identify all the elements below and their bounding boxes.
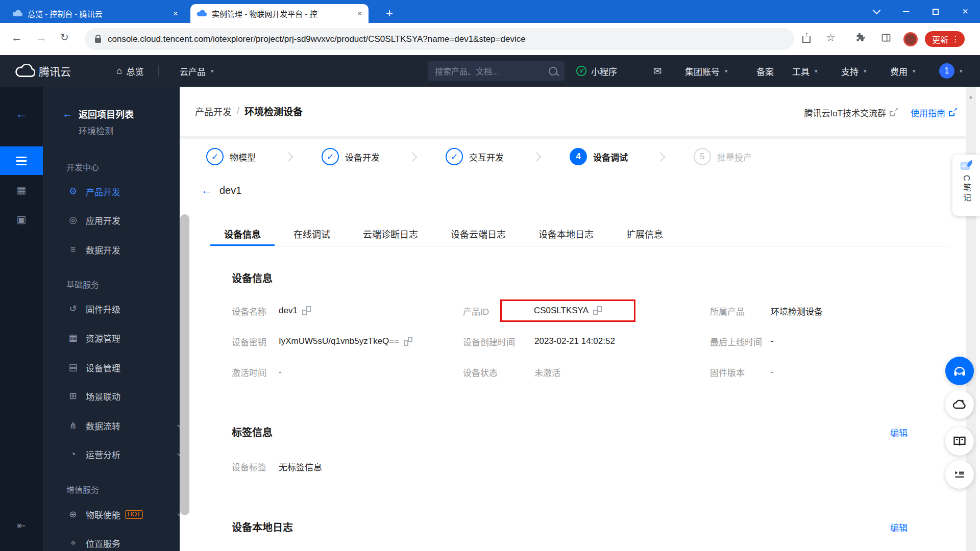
- search-icon[interactable]: [549, 67, 557, 76]
- field-label: 最后上线时间: [710, 335, 771, 348]
- bookmark-star-icon[interactable]: ☆: [826, 32, 836, 44]
- community-link[interactable]: 腾讯云IoT技术交流群: [804, 106, 897, 119]
- sidebar-item-data-dev[interactable]: ≡数据开发: [43, 243, 203, 256]
- tab-extended-info[interactable]: 扩展信息: [612, 223, 677, 246]
- nav-overview[interactable]: ⌂ 总览: [116, 55, 143, 87]
- tab-search-chevron-icon[interactable]: [862, 0, 891, 23]
- tab-cloud-diagnosis-log[interactable]: 云端诊断日志: [349, 223, 432, 246]
- copy-icon[interactable]: [302, 306, 311, 315]
- step-batch-production[interactable]: 5 批量投产: [694, 148, 752, 165]
- browser-tab-instance[interactable]: 实例管理 - 物联网开发平台 - 控 ×: [190, 4, 369, 23]
- avatar: 1: [939, 63, 954, 79]
- browser-profile-avatar[interactable]: [903, 32, 918, 46]
- step-device-debug[interactable]: 4 设备调试: [570, 148, 628, 165]
- tab-device-local-log[interactable]: 设备本地日志: [525, 223, 607, 246]
- nav-icp-label: 备案: [756, 65, 774, 78]
- search-input[interactable]: 搜索产品、文档...: [428, 61, 565, 81]
- device-title-row: ← dev1: [201, 184, 241, 197]
- list-icon: [16, 157, 27, 165]
- tag-edit-link[interactable]: 编辑: [890, 427, 908, 440]
- brand-text: 腾讯云: [39, 63, 71, 79]
- maximize-icon[interactable]: [921, 0, 950, 23]
- side-panel-icon[interactable]: [881, 33, 891, 43]
- step-number: 5: [694, 148, 711, 165]
- sidebar-item-product-dev[interactable]: ⚙产品开发: [43, 185, 203, 198]
- extensions-puzzle-icon[interactable]: [855, 33, 866, 43]
- pin-icon: ⌖: [66, 538, 80, 548]
- step-bar: ✓ 物模型 ✓ 设备开发 ✓ 交互开发 4 设备调试: [206, 145, 752, 168]
- breadcrumb-parent[interactable]: 产品开发: [195, 105, 232, 118]
- tencent-cloud-logo[interactable]: 腾讯云: [15, 55, 71, 87]
- update-button[interactable]: 更新 ⋮: [925, 31, 965, 47]
- nav-mail[interactable]: ✉: [653, 55, 662, 87]
- nav-tools[interactable]: 工具 ▾: [792, 55, 818, 87]
- back-icon[interactable]: ←: [11, 31, 22, 44]
- tab-online-debug[interactable]: 在线调试: [280, 223, 344, 246]
- close-icon[interactable]: ×: [950, 0, 980, 23]
- rail-collapse-icon[interactable]: ⇤: [0, 519, 43, 532]
- support-button[interactable]: [945, 357, 974, 385]
- sidebar-item-firmware[interactable]: ↺固件升级: [43, 302, 203, 315]
- tab-close-icon[interactable]: ×: [173, 9, 178, 18]
- rail-back-arrow-icon[interactable]: ←: [0, 107, 43, 120]
- new-tab-button[interactable]: +: [382, 6, 397, 21]
- back-arrow-icon[interactable]: ←: [201, 184, 212, 197]
- nav-support[interactable]: 支持 ▾: [841, 55, 867, 87]
- guide-link[interactable]: 使用指南: [911, 106, 957, 119]
- browser-tab-overview[interactable]: 总览 - 控制台 - 腾讯云 ×: [6, 4, 184, 23]
- step-number: 4: [570, 148, 587, 165]
- scrollbar-thumb[interactable]: [180, 214, 189, 515]
- nav-billing[interactable]: 费用 ▾: [890, 55, 916, 87]
- sidebar-back-label: 返回项目列表: [79, 107, 134, 120]
- nav-cloud-products[interactable]: 云产品 ▾: [180, 55, 214, 87]
- nav-group-account[interactable]: 集团账号 ▾: [685, 55, 728, 87]
- local-log-edit-link[interactable]: 编辑: [890, 522, 908, 535]
- minimize-icon[interactable]: ─: [891, 0, 921, 23]
- icon-rail: ← ▦ ▣ ⇤: [0, 87, 43, 551]
- reload-icon[interactable]: ↻: [60, 31, 69, 43]
- cloud-notification-button[interactable]: [945, 390, 974, 419]
- copy-icon[interactable]: [593, 306, 602, 315]
- nav-mini-program[interactable]: 小程序: [576, 55, 617, 87]
- address-bar[interactable]: console.cloud.tencent.com/iotexplorer/pr…: [85, 28, 794, 50]
- browser-menu-dots-icon[interactable]: ⋮: [951, 34, 960, 44]
- note-icon: [959, 159, 974, 173]
- account-avatar[interactable]: 1 ▾: [939, 55, 963, 87]
- step-check-icon: ✓: [322, 148, 339, 165]
- sidebar-item-app-dev[interactable]: ◎应用开发: [43, 213, 203, 227]
- step-device-dev[interactable]: ✓ 设备开发: [322, 148, 380, 165]
- sidebar-back-to-projects[interactable]: ← 返回项目列表: [43, 107, 199, 120]
- sidebar-item-resource[interactable]: ▦资源管理: [43, 331, 203, 344]
- tencent-cloud-favicon: [197, 10, 207, 17]
- rail-grid-icon[interactable]: ▦: [0, 183, 43, 196]
- section-title-label: 设备本地日志: [232, 522, 293, 533]
- nav-tools-label: 工具: [792, 65, 810, 78]
- scrollbar-up-arrow[interactable]: ▲: [966, 94, 976, 99]
- sidebar-item-iot-enable[interactable]: ⊕物联使能 HOT: [43, 508, 203, 521]
- docs-button[interactable]: [945, 427, 974, 456]
- tab-device-cloud-log[interactable]: 设备云端日志: [437, 223, 520, 246]
- sidebar-item-data-flow[interactable]: ⋔数据流转: [43, 419, 203, 432]
- share-icon[interactable]: [802, 36, 811, 43]
- tab-close-icon[interactable]: ×: [357, 9, 362, 18]
- sidebar-item-ops[interactable]: ◔运营分析: [43, 447, 203, 461]
- step-data-model[interactable]: ✓ 物模型: [206, 148, 256, 165]
- external-link-icon: [949, 109, 957, 116]
- step-interaction-dev[interactable]: ✓ 交互开发: [446, 148, 504, 165]
- changelog-button[interactable]: [945, 460, 974, 489]
- scene-link-icon: ⊞: [66, 390, 80, 402]
- url-text[interactable]: console.cloud.tencent.com/iotexplorer/pr…: [108, 34, 526, 44]
- step-check-icon: ✓: [446, 148, 463, 165]
- tab-device-info[interactable]: 设备信息: [210, 223, 275, 246]
- sidebar-item-scene[interactable]: ⊞场景联动: [43, 389, 203, 403]
- copy-icon[interactable]: [404, 337, 412, 346]
- sidebar-item-location[interactable]: ⌖位置服务: [43, 536, 203, 549]
- rail-item-menu-active[interactable]: [0, 146, 43, 175]
- step-check-icon: ✓: [206, 148, 224, 165]
- section-label: 开发中心: [66, 161, 99, 173]
- note-widget[interactable]: C笔记: [952, 155, 980, 216]
- nav-icp[interactable]: 备案: [756, 55, 774, 87]
- rail-panel-icon[interactable]: ▣: [0, 213, 43, 226]
- sidebar-item-device-mgmt[interactable]: ▤设备管理: [43, 361, 203, 374]
- changelog-icon: [953, 468, 966, 481]
